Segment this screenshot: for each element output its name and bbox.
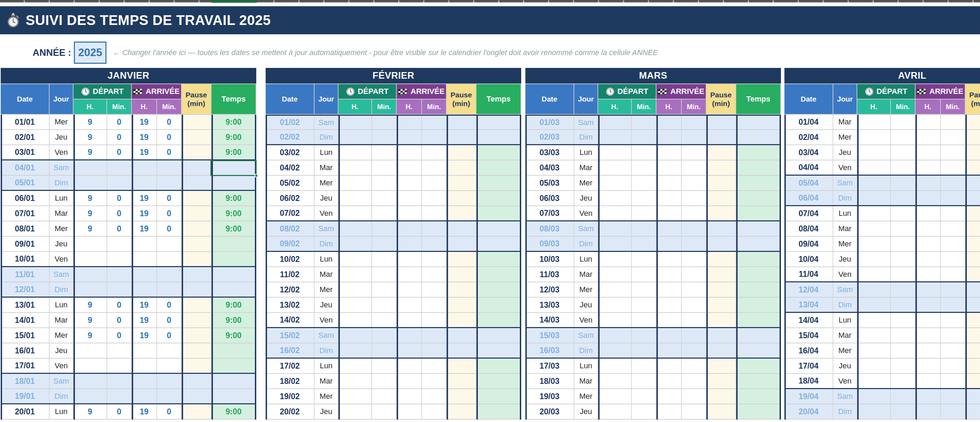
cell-depart-h[interactable]	[598, 252, 632, 267]
cell-date[interactable]: 05/03	[525, 176, 574, 190]
cell-arrivee-h[interactable]	[657, 389, 682, 404]
cell-jour[interactable]: Dim	[574, 236, 598, 251]
cell-pause[interactable]	[447, 130, 476, 144]
cell-depart-min[interactable]	[632, 374, 657, 389]
cell-pause[interactable]	[182, 389, 212, 403]
cell-date[interactable]: 17/04	[784, 359, 833, 373]
cell-jour[interactable]: Mar	[833, 115, 857, 129]
cell-arrivee-min[interactable]	[422, 221, 447, 236]
cell-depart-min[interactable]	[632, 313, 657, 327]
cell-arrivee-min[interactable]: 0	[157, 191, 182, 205]
cell-depart-min[interactable]	[632, 236, 657, 251]
cell-arrivee-h[interactable]	[915, 130, 941, 144]
cell-jour[interactable]: Sam	[574, 221, 598, 236]
cell-depart-h[interactable]	[857, 176, 891, 190]
cell-arrivee-h[interactable]	[397, 313, 422, 327]
cell-arrivee-min[interactable]	[941, 236, 966, 251]
cell-date[interactable]: 12/01	[1, 282, 49, 297]
cell-temps[interactable]	[212, 252, 256, 266]
cell-temps[interactable]: 9:00	[212, 328, 256, 343]
cell-pause[interactable]	[706, 374, 736, 389]
cell-arrivee-min[interactable]	[941, 252, 966, 267]
cell-arrivee-h[interactable]: 19	[132, 145, 157, 159]
cell-arrivee-h[interactable]	[915, 328, 941, 343]
cell-pause[interactable]	[447, 282, 476, 297]
cell-depart-h[interactable]	[73, 343, 107, 358]
cell-depart-h[interactable]	[598, 116, 632, 129]
cell-depart-h[interactable]	[339, 116, 372, 129]
cell-pause[interactable]	[182, 359, 212, 373]
cell-jour[interactable]: Jeu	[49, 236, 73, 251]
cell-jour[interactable]: Ven	[49, 359, 73, 373]
cell-arrivee-min[interactable]: 0	[157, 298, 182, 312]
cell-arrivee-h[interactable]	[657, 236, 682, 251]
cell-depart-h[interactable]	[339, 313, 372, 327]
cell-pause[interactable]	[966, 176, 980, 190]
cell-arrivee-min[interactable]	[422, 328, 447, 343]
cell-depart-min[interactable]	[372, 236, 397, 251]
cell-depart-min[interactable]	[632, 405, 657, 419]
cell-arrivee-h[interactable]	[657, 405, 682, 419]
cell-pause[interactable]	[182, 206, 212, 221]
cell-temps[interactable]: 9:00	[212, 405, 256, 419]
cell-arrivee-h[interactable]	[915, 160, 941, 175]
cell-pause[interactable]	[706, 160, 736, 175]
cell-arrivee-h[interactable]	[657, 221, 682, 236]
cell-jour[interactable]: Dim	[49, 282, 73, 297]
cell-pause[interactable]	[966, 145, 980, 160]
cell-depart-h[interactable]	[857, 115, 891, 129]
cell-jour[interactable]: Jeu	[574, 191, 598, 205]
cell-arrivee-min[interactable]	[422, 389, 447, 404]
cell-jour[interactable]: Dim	[315, 130, 339, 144]
cell-arrivee-min[interactable]	[941, 160, 966, 175]
cell-depart-min[interactable]	[107, 374, 132, 389]
cell-jour[interactable]: Mer	[833, 130, 857, 144]
cell-jour[interactable]: Jeu	[833, 145, 857, 160]
cell-pause[interactable]	[182, 313, 212, 327]
cell-date[interactable]: 04/02	[266, 160, 315, 175]
cell-pause[interactable]	[966, 328, 980, 343]
cell-date[interactable]: 10/02	[266, 252, 315, 267]
cell-jour[interactable]: Sam	[49, 267, 73, 282]
cell-arrivee-min[interactable]	[941, 282, 966, 297]
cell-temps[interactable]	[212, 267, 256, 282]
cell-depart-h[interactable]	[339, 359, 372, 373]
cell-depart-h[interactable]: 9	[73, 221, 107, 236]
cell-pause[interactable]	[182, 343, 212, 358]
cell-pause[interactable]	[706, 298, 736, 312]
cell-arrivee-h[interactable]	[915, 359, 941, 373]
cell-pause[interactable]	[706, 405, 736, 419]
cell-temps[interactable]	[476, 206, 521, 221]
cell-arrivee-min[interactable]	[157, 176, 182, 190]
cell-depart-h[interactable]	[857, 191, 891, 205]
cell-jour[interactable]: Lun	[315, 359, 339, 373]
cell-jour[interactable]: Sam	[833, 389, 857, 404]
cell-pause[interactable]	[706, 343, 736, 357]
cell-date[interactable]: 20/02	[266, 405, 315, 419]
cell-depart-h[interactable]	[598, 191, 632, 205]
cell-jour[interactable]: Jeu	[49, 130, 73, 144]
cell-jour[interactable]: Ven	[833, 374, 857, 388]
cell-depart-min[interactable]	[891, 130, 915, 144]
cell-pause[interactable]	[966, 298, 980, 312]
cell-depart-min[interactable]	[891, 328, 915, 343]
cell-jour[interactable]: Lun	[315, 145, 339, 160]
cell-depart-min[interactable]	[632, 191, 657, 205]
cell-pause[interactable]	[447, 206, 476, 221]
cell-depart-h[interactable]	[73, 267, 107, 282]
cell-arrivee-h[interactable]: 19	[132, 298, 157, 312]
cell-date[interactable]: 19/01	[1, 389, 49, 403]
cell-arrivee-h[interactable]	[657, 298, 682, 312]
cell-pause[interactable]	[966, 405, 980, 419]
cell-date[interactable]: 16/01	[1, 343, 49, 358]
cell-arrivee-h[interactable]	[657, 343, 682, 357]
cell-depart-h[interactable]	[598, 267, 632, 282]
cell-arrivee-min[interactable]	[682, 298, 706, 312]
cell-arrivee-min[interactable]	[682, 267, 706, 282]
cell-jour[interactable]: Dim	[574, 130, 598, 144]
cell-temps[interactable]	[212, 282, 256, 297]
cell-pause[interactable]	[182, 267, 212, 282]
cell-depart-h[interactable]: 9	[73, 130, 107, 144]
cell-temps[interactable]	[476, 160, 521, 175]
cell-jour[interactable]: Sam	[574, 116, 598, 129]
